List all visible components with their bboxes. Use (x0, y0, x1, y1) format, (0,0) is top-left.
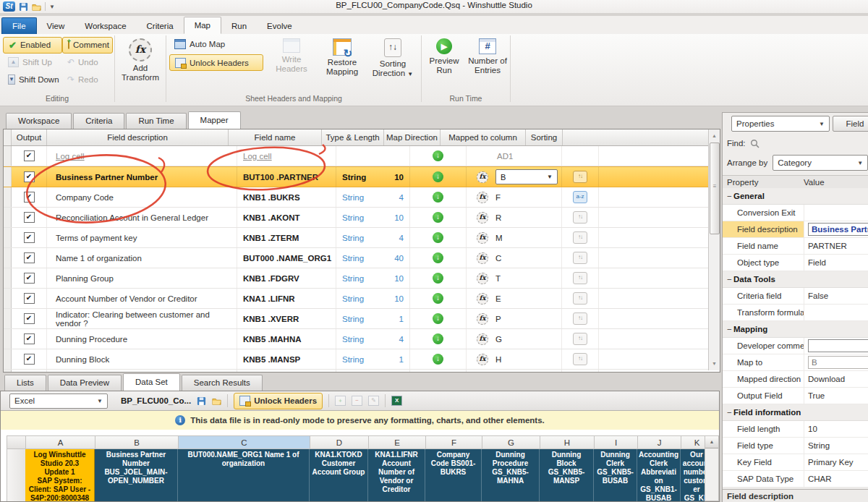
spreadsheet-cell[interactable]: Log Winshuttle Studio 20.3 Update 1 SAP … (25, 449, 95, 501)
property-row[interactable]: Field namePARTNER (723, 238, 868, 255)
sorting-icon[interactable]: ↑↓ (573, 252, 587, 264)
output-checkbox[interactable]: ✔ (24, 313, 35, 324)
table-row[interactable]: ✔Reconciliation Account in General Ledge… (4, 208, 720, 228)
table-row[interactable]: ✔Indicator: Clearing between customer an… (4, 309, 720, 329)
auto-map-button[interactable]: Auto Map (169, 36, 263, 51)
arrange-by-select[interactable]: Category▼ (773, 155, 868, 171)
output-checkbox[interactable]: ✔ (24, 150, 35, 161)
number-of-entries-button[interactable]: # Number of Entries (468, 36, 507, 94)
tab-data-set[interactable]: Data Set (123, 373, 180, 391)
sorting-icon[interactable]: ↑↓ (573, 272, 587, 284)
field-button[interactable]: Field (833, 116, 868, 132)
scrollbar-thumb[interactable]: ≡ (710, 142, 720, 234)
output-checkbox[interactable]: ✔ (24, 192, 35, 203)
spreadsheet-vertical-scrollbar[interactable]: ▲ (705, 435, 719, 501)
property-row[interactable]: Key FieldPrimary Key (723, 454, 868, 471)
spreadsheet-column-letter[interactable]: G (482, 435, 540, 449)
comment-button[interactable]: Comment (62, 37, 113, 54)
preview-run-button[interactable]: ▶ Preview Run (425, 36, 464, 94)
spreadsheet-cell[interactable]: KNA1.KTOKD Customer Account Group (310, 449, 368, 501)
save-icon[interactable] (197, 396, 206, 406)
find-input[interactable] (764, 137, 851, 150)
undo-button[interactable]: ↶Undo (62, 55, 113, 70)
collapse-icon[interactable]: − (727, 404, 733, 420)
add-row-icon[interactable]: ＋ (335, 396, 346, 406)
tab-workspace[interactable]: Workspace (75, 18, 136, 34)
spreadsheet-column-letter[interactable]: J (637, 435, 681, 449)
mapper-vertical-scrollbar[interactable]: ▲ ≡ ▼ (708, 129, 720, 370)
tab-lists[interactable]: Lists (4, 375, 46, 391)
sorting-icon[interactable]: ↑↓ (573, 171, 587, 183)
open-folder-icon[interactable] (212, 396, 221, 406)
property-row[interactable]: SAP Data TypeCHAR (723, 471, 868, 488)
output-checkbox[interactable]: ✔ (24, 293, 35, 304)
unlock-headers-button[interactable]: Unlock Headers (169, 54, 263, 71)
table-row[interactable]: ✔Dunning ClerkKNB5 .BUSABString2↓fxI↑↓ (4, 370, 720, 373)
shift-down-button[interactable]: ▼Shift Down (3, 72, 62, 88)
enabled-button[interactable]: ✔Enabled (3, 37, 62, 54)
table-row[interactable]: ✔Name 1 of organizationBUT000 .NAME_ORG1… (4, 248, 720, 268)
output-checkbox[interactable]: ✔ (24, 354, 35, 365)
sorting-icon[interactable]: a-z (573, 191, 587, 203)
property-row[interactable]: Developer comments (723, 338, 868, 354)
spreadsheet-cell[interactable]: Dunning Block GS_KNB5-MANSP (540, 449, 594, 501)
sorting-icon[interactable]: ↑↓ (573, 353, 587, 365)
restore-mapping-button[interactable]: Restore Mapping (320, 36, 365, 94)
spreadsheet-cell[interactable]: Company Code BS001-BUKRS (425, 449, 482, 501)
tab-run-time-view[interactable]: Run Time (126, 113, 186, 129)
output-checkbox[interactable]: ✔ (24, 232, 35, 243)
column-header[interactable]: Map Direction (384, 129, 441, 145)
table-row[interactable]: ✔Dunning ProcedureKNB5 .MAHNAString4↓fxG… (4, 329, 720, 349)
output-checkbox[interactable]: ✔ (24, 171, 35, 182)
table-row[interactable]: ✔Log cellLog cell↓AD1 (4, 146, 720, 166)
tab-criteria[interactable]: Criteria (137, 18, 184, 34)
property-row[interactable]: Field length10 (723, 421, 868, 438)
column-header[interactable]: Sorting (526, 129, 563, 145)
sorting-icon[interactable]: ↑↓ (573, 333, 587, 345)
sorting-icon[interactable]: ↑↓ (573, 312, 587, 325)
column-header[interactable]: Mapped to column (441, 129, 526, 145)
collapse-icon[interactable]: − (727, 271, 733, 287)
column-header[interactable]: Type & Length (322, 129, 384, 145)
table-row[interactable]: ✔Planning GroupKNB1 .FDGRVString10↓fxT↑↓ (4, 268, 720, 289)
column-header[interactable]: Field description (47, 129, 229, 145)
spreadsheet-cell[interactable]: Accounting Clerk Abbreviation GS_KNB1-BU… (637, 449, 681, 501)
write-headers-button[interactable]: Write Headers (269, 36, 314, 94)
tab-mapper-view[interactable]: Mapper (188, 111, 241, 129)
property-value-box[interactable]: Business Partner Number (808, 223, 868, 236)
spreadsheet-column-letter[interactable]: D (310, 435, 368, 449)
table-row[interactable]: ✔Company CodeKNB1 .BUKRSString4↓fxFa-z (4, 187, 720, 208)
spreadsheet-column-letter[interactable]: I (594, 435, 637, 449)
mapped-column-dropdown[interactable]: B▼ (495, 169, 558, 184)
collapse-icon[interactable]: − (727, 188, 733, 204)
table-row[interactable]: ✔Business Partner NumberBUT100 .PARTNERS… (4, 166, 720, 187)
unlock-headers-toolbar-button[interactable]: Unlock Headers (234, 393, 323, 409)
redo-button[interactable]: ↷Redo (62, 72, 113, 88)
spreadsheet-cell[interactable]: Business Partner Number BUS_JOEL_MAIN-OP… (95, 449, 178, 501)
tab-data-preview[interactable]: Data Preview (48, 375, 122, 391)
scroll-up-arrow-icon[interactable]: ▲ (710, 131, 719, 141)
tab-criteria-view[interactable]: Criteria (73, 113, 124, 129)
column-header[interactable]: Field name (229, 129, 322, 145)
edit-row-icon[interactable]: ✎ (368, 396, 379, 406)
output-checkbox[interactable]: ✔ (24, 333, 35, 344)
property-row[interactable]: Criteria fieldFalse (723, 288, 868, 305)
spreadsheet-column-letter[interactable]: E (368, 435, 425, 449)
tab-view[interactable]: View (37, 18, 75, 34)
spreadsheet-column-letter[interactable]: C (178, 435, 310, 449)
spreadsheet-column-letter[interactable]: H (540, 435, 594, 449)
output-checkbox[interactable]: ✔ (24, 252, 35, 263)
property-section-header[interactable]: −Mapping (723, 321, 868, 338)
spreadsheet-column-letter[interactable]: B (95, 435, 178, 449)
tab-run[interactable]: Run (221, 18, 257, 34)
tab-map[interactable]: Map (184, 17, 221, 34)
spreadsheet-row-header[interactable] (7, 449, 25, 501)
spreadsheet-cell[interactable]: Dunning Procedure GS_KNB5-MAHNA (482, 449, 540, 501)
scroll-up-arrow-icon[interactable]: ▲ (705, 436, 718, 448)
tab-workspace-view[interactable]: Workspace (6, 113, 72, 129)
property-section-header[interactable]: −Data Tools (723, 271, 868, 288)
property-row[interactable]: Mapped directionDownload (723, 371, 868, 388)
delete-row-icon[interactable]: − (352, 396, 362, 406)
spreadsheet-cell[interactable]: Dunning Clerk GS_KNB5-BUSAB (594, 449, 637, 501)
table-row[interactable]: ✔Terms of payment keyKNB1 .ZTERMString4↓… (4, 228, 720, 248)
